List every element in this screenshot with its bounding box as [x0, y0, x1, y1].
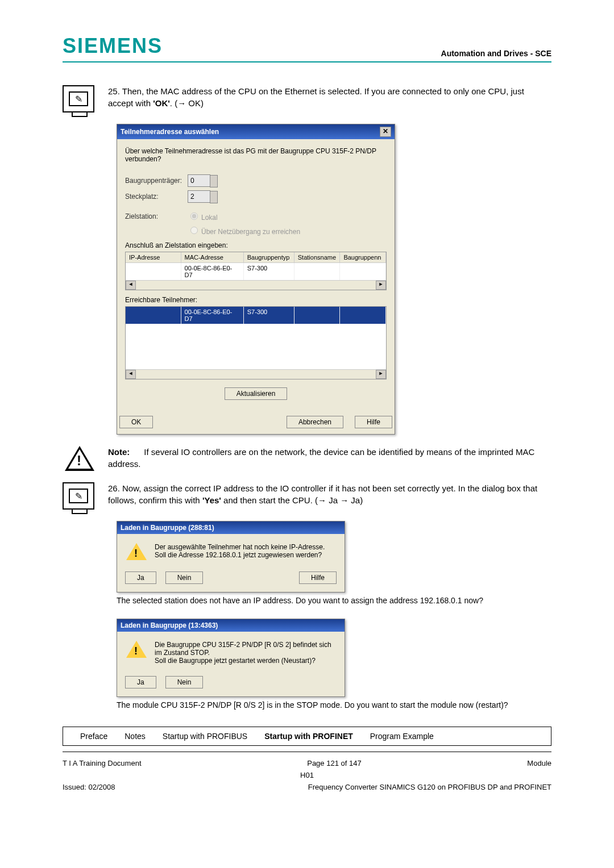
warning-icon [126, 543, 147, 560]
note-body: If several IO controllers are on the net… [108, 447, 534, 469]
scroll-left-icon[interactable]: ◄ [126, 281, 136, 290]
col-type: Baugruppentyp [244, 252, 294, 263]
footer-h01: H01 [300, 771, 314, 779]
ok-literal: 'OK' [153, 98, 170, 108]
step-text-b: and then start the CPU. (→ Ja → Ja) [221, 495, 363, 505]
footer-title: Frequency Converter SINAMICS G120 on PRO… [308, 783, 551, 791]
h-scrollbar[interactable]: ◄ ► [126, 369, 386, 379]
dialog-title: Laden in Baugruppe (288:81) [121, 524, 214, 532]
dialog-line2: Soll die Adresse 192.168.0.1 jetzt zugew… [155, 551, 325, 559]
computer-icon: ✎ [63, 482, 94, 510]
dialog-line1: Die Baugruppe CPU 315F-2 PN/DP [R 0/S 2]… [155, 641, 335, 657]
no-button[interactable]: Nein [165, 676, 204, 688]
footer-issued: Issued: 02/2008 [63, 783, 115, 791]
footer-module: Module [527, 759, 551, 767]
dialog-title: Teilnehmeradresse auswählen [121, 128, 219, 136]
note-text: Note: If several IO controllers are on t… [108, 446, 551, 470]
update-button[interactable]: Aktualisieren [225, 387, 288, 400]
tab-startup-profinet[interactable]: Startup with PROFINET [264, 732, 353, 741]
step26-text: 26. Now, assign the correct IP address t… [108, 482, 551, 506]
help-button[interactable]: Hilfe [355, 416, 392, 428]
yes-button[interactable]: Ja [125, 571, 156, 584]
header-right-text: Automation and Drives - SCE [441, 49, 551, 58]
dialog3-caption: The module CPU 315F-2 PN/DP [R 0/S 2] is… [117, 700, 551, 710]
help-button[interactable]: Hilfe [299, 571, 337, 584]
tab-preface[interactable]: Preface [80, 732, 107, 741]
reachable-table: 00-0E-8C-86-E0-D7 S7-300 ◄ ► [125, 306, 387, 379]
step-text-b: . (→ OK) [170, 98, 204, 108]
rack-label: Baugruppenträger: [125, 177, 188, 185]
connection-label: Anschluß an Zielstation eingeben: [125, 241, 387, 249]
dialog-line2: Soll die Baugruppe jetzt gestartet werde… [155, 657, 335, 665]
footer-page: Page 121 of 147 [307, 759, 361, 767]
warning-icon [126, 641, 147, 658]
dialog-line1: Der ausgewählte Teilnehmer hat noch kein… [155, 543, 325, 551]
step-number: 25. [108, 86, 120, 96]
reachable-label: Erreichbare Teilnehmer: [125, 296, 387, 304]
no-button[interactable]: Nein [165, 571, 204, 584]
yes-literal: 'Yes' [202, 495, 221, 505]
tab-program-example[interactable]: Program Example [370, 732, 434, 741]
slot-spinner[interactable]: 2 [188, 190, 210, 203]
tab-notes[interactable]: Notes [125, 732, 146, 741]
tab-startup-profibus[interactable]: Startup with PROFIBUS [163, 732, 247, 741]
ok-button[interactable]: OK [119, 416, 153, 428]
target-label: Zielstation: [125, 212, 188, 220]
col-station: Stationsname [294, 252, 341, 263]
note-label: Note: [108, 447, 130, 457]
dialog-title: Laden in Baugruppe (13:4363) [121, 621, 218, 629]
rack-spinner[interactable]: 0 [188, 174, 210, 187]
scroll-right-icon[interactable]: ► [376, 281, 386, 290]
cancel-button[interactable]: Abbrechen [287, 416, 343, 428]
select-node-address-dialog: Teilnehmeradresse auswählen ✕ Über welch… [117, 124, 395, 435]
radio-local-label: Lokal [201, 214, 218, 222]
dialog2-caption: The selected station does not have an IP… [117, 596, 551, 605]
target-table: IP-Adresse MAC-Adresse Baugruppentyp Sta… [125, 252, 387, 290]
computer-icon: ✎ [63, 85, 94, 112]
load-module-dialog-1: Laden in Baugruppe (288:81) Der ausgewäh… [117, 521, 345, 592]
scroll-right-icon[interactable]: ► [376, 370, 386, 379]
siemens-logo: SIEMENS [63, 34, 163, 58]
warning-icon [65, 446, 94, 471]
load-module-dialog-2: Laden in Baugruppe (13:4363) Die Baugrup… [117, 619, 345, 697]
slot-label: Steckplatz: [125, 193, 188, 201]
yes-button[interactable]: Ja [125, 676, 156, 688]
col-mac: MAC-Adresse [181, 252, 244, 263]
col-ip: IP-Adresse [126, 252, 181, 263]
radio-gateway-label: Über Netzübergang zu erreichen [201, 228, 300, 236]
radio-local[interactable] [190, 212, 198, 220]
table-row[interactable]: 00-0E-8C-86-E0-D7 S7-300 [126, 307, 386, 324]
footer-doc: T I A Training Document [63, 759, 142, 767]
col-mod: Baugruppenn [340, 252, 386, 263]
close-icon[interactable]: ✕ [380, 127, 391, 137]
step-number: 26. [108, 483, 120, 493]
step25-text: 25. Then, the MAC address of the CPU on … [108, 85, 551, 109]
section-nav: Preface Notes Startup with PROFIBUS Star… [63, 727, 551, 746]
h-scrollbar[interactable]: ◄ ► [126, 280, 386, 290]
radio-gateway[interactable] [190, 227, 198, 234]
scroll-left-icon[interactable]: ◄ [126, 370, 136, 379]
table-row[interactable]: 00-0E-8C-86-E0-D7 S7-300 [126, 263, 386, 280]
dialog-question: Über welche Teilnehmeradresse ist das PG… [125, 147, 387, 163]
